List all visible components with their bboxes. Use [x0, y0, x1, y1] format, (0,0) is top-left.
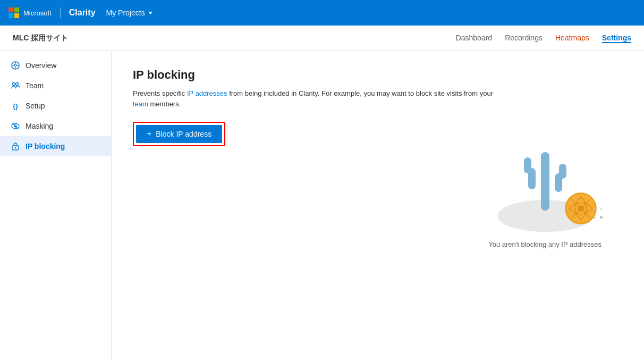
topbar: Microsoft Clarity My Projects — [0, 0, 644, 26]
my-projects-dropdown[interactable]: My Projects — [106, 9, 152, 17]
main-layout: Overview Team {} Setup Masking IP blocki… — [0, 51, 644, 360]
dust-particles — [593, 204, 604, 221]
nav-links: Dashboard Recordings Heatmaps Settings — [456, 34, 631, 43]
my-projects-label: My Projects — [106, 9, 145, 17]
dust-dot — [600, 208, 602, 210]
clarity-label: Clarity — [69, 8, 96, 18]
nav-link-settings[interactable]: Settings — [602, 34, 631, 43]
dust-dot — [594, 217, 596, 219]
microsoft-logo-icon — [9, 7, 19, 18]
overview-icon — [11, 61, 20, 70]
block-ip-button[interactable]: + Block IP address — [136, 125, 222, 143]
sidebar-ip-blocking-label: IP blocking — [26, 142, 65, 150]
dust-dot — [594, 208, 596, 210]
cactus-illustration — [492, 115, 598, 232]
ms-sq-yellow — [14, 13, 19, 18]
team-icon — [11, 81, 20, 90]
nav-link-dashboard[interactable]: Dashboard — [456, 34, 493, 43]
ms-sq-blue — [9, 13, 13, 18]
nav-link-heatmaps[interactable]: Heatmaps — [555, 34, 589, 43]
sidebar-overview-label: Overview — [26, 61, 56, 70]
page-title: IP blocking — [133, 68, 623, 82]
svg-point-1 — [14, 64, 16, 66]
team-link[interactable]: team — [133, 100, 148, 108]
svg-rect-17 — [559, 164, 566, 179]
sidebar-item-masking[interactable]: Masking — [0, 116, 111, 136]
project-title: MLC 採用サイト — [13, 34, 68, 43]
topbar-divider — [60, 7, 61, 18]
sidebar-item-overview[interactable]: Overview — [0, 55, 111, 76]
sidebar-item-team[interactable]: Team — [0, 76, 111, 96]
svg-point-12 — [15, 147, 16, 148]
sidebar-team-label: Team — [26, 81, 44, 90]
dust-dot — [600, 216, 603, 219]
block-ip-button-wrapper: + Block IP address — [133, 122, 225, 146]
sidebar: Overview Team {} Setup Masking IP blocki… — [0, 51, 112, 360]
sidebar-masking-label: Masking — [26, 122, 53, 130]
empty-state: You aren't blocking any IP addresses — [488, 115, 601, 248]
sidebar-setup-label: Setup — [26, 102, 45, 110]
svg-point-6 — [13, 83, 15, 86]
topbar-logo: Microsoft Clarity — [9, 7, 96, 18]
sidebar-item-ip-blocking[interactable]: IP blocking — [0, 136, 111, 156]
svg-rect-13 — [541, 152, 549, 211]
plus-icon: + — [147, 129, 151, 139]
microsoft-label: Microsoft — [23, 9, 52, 17]
nav-link-recordings[interactable]: Recordings — [505, 34, 543, 43]
description: Prevents specific IP addresses from bein… — [133, 88, 494, 109]
svg-point-7 — [16, 83, 19, 86]
svg-rect-15 — [524, 157, 531, 173]
empty-state-text: You aren't blocking any IP addresses — [488, 240, 601, 248]
masking-icon — [11, 121, 20, 131]
secondary-nav: MLC 採用サイト Dashboard Recordings Heatmaps … — [0, 26, 644, 51]
ip-link[interactable]: IP addresses — [187, 89, 227, 97]
ip-blocking-icon — [11, 141, 20, 151]
setup-icon: {} — [11, 101, 20, 111]
sidebar-item-setup[interactable]: {} Setup — [0, 96, 111, 116]
chevron-down-icon — [148, 12, 152, 14]
main-content: IP blocking Prevents specific IP address… — [112, 51, 644, 360]
ms-sq-green — [14, 7, 19, 12]
ms-sq-red — [9, 7, 13, 12]
block-ip-label: Block IP address — [156, 130, 211, 138]
